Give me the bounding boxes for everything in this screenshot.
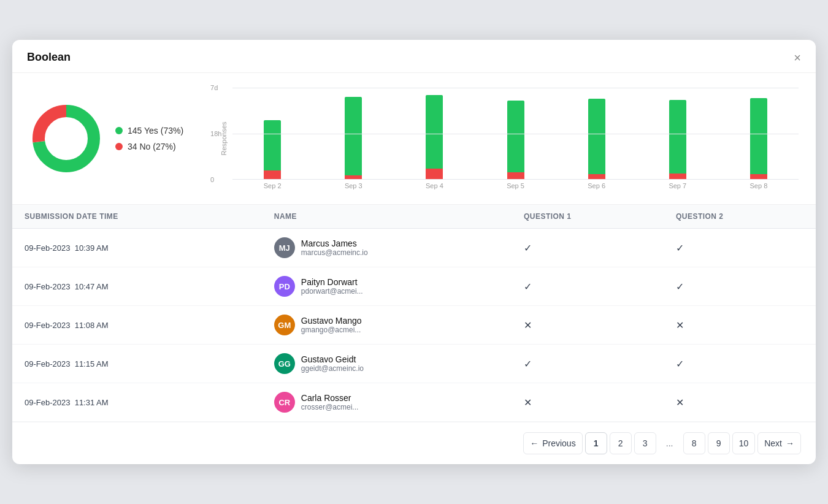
yes-dot (115, 127, 123, 134)
svg-point-2 (48, 120, 85, 157)
next-label: Next (764, 438, 782, 448)
date-cell: 09-Feb-2023 10:47 AM (12, 267, 262, 306)
x-labels: Sep 2 Sep 3 Sep 4 Sep 5 Sep 6 Sep 7 Sep … (232, 182, 799, 189)
bar-yes-2 (426, 95, 443, 169)
check-icon: ✓ (676, 243, 684, 253)
name-main: Gustavo Mango (301, 316, 362, 326)
y-label-bottom: 0 (210, 176, 214, 183)
q2-cell: ✓ (664, 267, 816, 306)
col-q2: QUESTION 2 (664, 205, 816, 229)
y-label-top: 7d (210, 84, 218, 91)
name-cell: GM Gustavo Mango gmango@acmei... (262, 306, 512, 345)
name-main: Carla Rosser (301, 393, 359, 403)
avatar: PD (274, 276, 295, 297)
prev-button[interactable]: ← Previous (523, 432, 582, 454)
bar-yes-3 (507, 101, 524, 172)
col-name: NAME (262, 205, 512, 229)
col-date: SUBMISSION DATE TIME (12, 205, 262, 229)
legend-yes: 145 Yes (73%) (115, 126, 183, 136)
close-button[interactable]: × (794, 52, 801, 64)
avatar: CR (274, 392, 295, 413)
check-icon: ✓ (676, 359, 684, 369)
col-q1: QUESTION 1 (512, 205, 664, 229)
cross-icon: ✕ (676, 320, 684, 330)
cross-icon: ✕ (676, 397, 684, 408)
table-row: 09-Feb-2023 10:47 AM PD Paityn Dorwart p… (12, 267, 816, 306)
chart-section: 145 Yes (73%) 34 No (27%) Responses (12, 73, 816, 205)
y-axis-label: Responses (220, 121, 228, 155)
q1-cell: ✓ (512, 229, 664, 267)
avatar: MJ (274, 237, 295, 258)
date-cell: 09-Feb-2023 11:15 AM (12, 345, 262, 383)
bar-chart-area: 7d 18h 0 (232, 88, 799, 180)
page-button-3[interactable]: 3 (634, 432, 656, 454)
name-email: gmango@acmei... (301, 326, 362, 334)
name-main: Paityn Dorwart (301, 277, 363, 287)
cross-icon: ✕ (524, 320, 532, 330)
date-cell: 09-Feb-2023 11:31 AM (12, 383, 262, 422)
q2-cell: ✕ (664, 383, 816, 422)
x-label-6: Sep 8 (719, 182, 799, 189)
y-label-mid: 18h (210, 130, 221, 137)
table-row: 09-Feb-2023 11:31 AM CR Carla Rosser cro… (12, 383, 816, 422)
pagination-bar: ← Previous 1 2 3 ... 8 9 10 Next → (12, 422, 816, 464)
bar-yes-0 (264, 120, 281, 171)
name-cell: PD Paityn Dorwart pdorwart@acmei... (262, 267, 512, 306)
page-button-8[interactable]: 8 (683, 432, 705, 454)
table-header-row: SUBMISSION DATE TIME NAME QUESTION 1 QUE… (12, 205, 816, 229)
bar-yes-5 (669, 100, 686, 174)
no-dot (115, 143, 123, 150)
page-button-10[interactable]: 10 (732, 432, 756, 454)
table-row: 09-Feb-2023 11:08 AM GM Gustavo Mango gm… (12, 306, 816, 345)
bar-no-0 (264, 170, 281, 180)
page-button-1[interactable]: 1 (585, 432, 607, 454)
avatar: GM (274, 315, 295, 335)
donut-chart (29, 102, 103, 175)
name-main: Gustavo Geidt (301, 354, 364, 364)
x-label-4: Sep 6 (557, 182, 637, 189)
check-icon: ✓ (676, 281, 684, 292)
prev-arrow-icon: ← (530, 438, 539, 448)
name-main: Marcus James (301, 239, 368, 248)
page-dots: ... (659, 432, 681, 454)
table-row: 09-Feb-2023 11:15 AM GG Gustavo Geidt gg… (12, 345, 816, 383)
x-label-1: Sep 3 (313, 182, 393, 189)
x-label-2: Sep 4 (394, 182, 474, 189)
page-button-2[interactable]: 2 (610, 432, 632, 454)
avatar: GG (274, 353, 295, 374)
submissions-table: SUBMISSION DATE TIME NAME QUESTION 1 QUE… (12, 205, 816, 422)
q1-cell: ✕ (512, 306, 664, 345)
cross-icon: ✕ (524, 397, 532, 408)
next-button[interactable]: Next → (757, 432, 801, 454)
date-cell: 09-Feb-2023 10:39 AM (12, 229, 262, 267)
name-email: crosser@acmei... (301, 403, 359, 411)
q2-cell: ✓ (664, 345, 816, 383)
check-icon: ✓ (524, 281, 532, 292)
name-cell: GG Gustavo Geidt ggeidt@acmeinc.io (262, 345, 512, 383)
prev-label: Previous (542, 438, 575, 448)
bar-no-2 (426, 169, 443, 180)
bar-chart-wrap: Responses 7d 18h 0 (208, 88, 799, 189)
bar-yes-6 (750, 98, 767, 175)
page-button-9[interactable]: 9 (708, 432, 730, 454)
donut-chart-wrap: 145 Yes (73%) 34 No (27%) (29, 102, 183, 175)
name-email: ggeidt@acmeinc.io (301, 364, 364, 373)
name-email: marcus@acmeinc.io (301, 248, 368, 257)
name-cell: CR Carla Rosser crosser@acmei... (262, 383, 512, 422)
modal-container: Boolean × 145 Yes (73%) (12, 40, 816, 464)
table-row: 09-Feb-2023 10:39 AM MJ Marcus James mar… (12, 229, 816, 267)
q1-cell: ✓ (512, 345, 664, 383)
yes-label: 145 Yes (73%) (128, 126, 183, 136)
donut-legend: 145 Yes (73%) 34 No (27%) (115, 126, 183, 151)
name-cell: MJ Marcus James marcus@acmeinc.io (262, 229, 512, 267)
legend-no: 34 No (27%) (115, 142, 183, 151)
no-label: 34 No (27%) (128, 142, 176, 151)
q1-cell: ✕ (512, 383, 664, 422)
bar-yes-4 (588, 99, 605, 174)
x-label-5: Sep 7 (638, 182, 718, 189)
q2-cell: ✕ (664, 306, 816, 345)
x-label-0: Sep 2 (232, 182, 312, 189)
modal-title: Boolean (27, 51, 71, 64)
bar-yes-1 (345, 97, 362, 175)
q1-cell: ✓ (512, 267, 664, 306)
